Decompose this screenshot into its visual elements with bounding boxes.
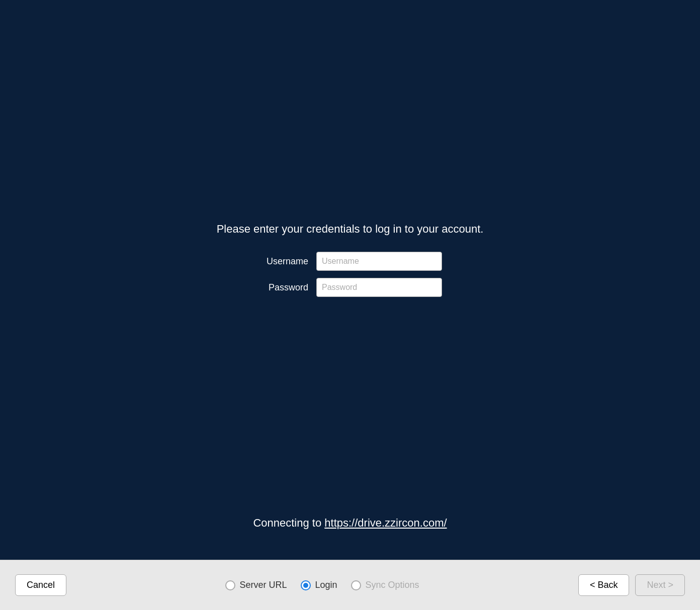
nav-buttons: < Back Next >: [578, 574, 685, 596]
connecting-prefix: Connecting to: [253, 517, 324, 529]
next-button: Next >: [635, 574, 685, 596]
connecting-text: Connecting to https://drive.zzircon.com/: [253, 517, 447, 530]
main-content-area: Please enter your credentials to log in …: [0, 0, 700, 560]
bottom-bar: Cancel Server URL Login Sync Options < B…: [0, 560, 700, 610]
step-sync-options-label: Sync Options: [365, 580, 419, 590]
instructions-text: Please enter your credentials to log in …: [217, 223, 484, 236]
step-server-url-label: Server URL: [239, 580, 287, 590]
password-row: Password: [258, 278, 442, 297]
credentials-form: Username Password: [258, 252, 442, 297]
step-login-label: Login: [315, 580, 337, 590]
cancel-button[interactable]: Cancel: [15, 574, 66, 596]
back-button[interactable]: < Back: [578, 574, 630, 596]
password-label: Password: [258, 282, 308, 293]
step-server-url[interactable]: Server URL: [225, 580, 287, 590]
connecting-url[interactable]: https://drive.zzircon.com/: [324, 517, 447, 529]
radio-server-url: [225, 580, 235, 590]
radio-login: [301, 580, 311, 590]
username-label: Username: [258, 256, 308, 267]
login-form-section: Please enter your credentials to log in …: [217, 223, 484, 297]
steps-indicator: Server URL Login Sync Options: [225, 580, 419, 590]
step-sync-options: Sync Options: [351, 580, 419, 590]
username-row: Username: [258, 252, 442, 271]
step-login[interactable]: Login: [301, 580, 337, 590]
username-input[interactable]: [316, 252, 442, 271]
radio-sync-options: [351, 580, 361, 590]
password-input[interactable]: [316, 278, 442, 297]
